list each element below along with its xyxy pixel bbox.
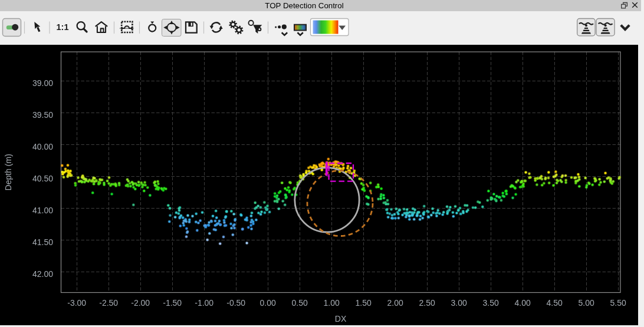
svg-text:42.00: 42.00 <box>32 269 53 279</box>
svg-text:2.50: 2.50 <box>419 298 435 308</box>
svg-text:1.00: 1.00 <box>324 298 340 308</box>
svg-text:4.00: 4.00 <box>515 298 531 308</box>
svg-text:40.50: 40.50 <box>32 174 53 183</box>
svg-text:2.00: 2.00 <box>387 298 403 308</box>
svg-text:41.00: 41.00 <box>32 206 53 215</box>
svg-text:0.50: 0.50 <box>292 298 308 308</box>
svg-text:-3.00: -3.00 <box>67 298 86 308</box>
svg-text:5.00: 5.00 <box>579 298 594 308</box>
svg-text:3.00: 3.00 <box>451 298 467 308</box>
svg-text:39.00: 39.00 <box>32 78 53 88</box>
svg-text:41.50: 41.50 <box>32 237 53 247</box>
svg-text:-1.00: -1.00 <box>195 298 213 308</box>
svg-text:4.50: 4.50 <box>547 298 563 308</box>
svg-text:39.50: 39.50 <box>32 110 53 120</box>
svg-text:-0.50: -0.50 <box>226 298 245 308</box>
svg-text:0.00: 0.00 <box>260 298 276 308</box>
svg-text:-2.00: -2.00 <box>131 298 150 308</box>
svg-text:-2.50: -2.50 <box>99 298 118 308</box>
svg-text:-1.50: -1.50 <box>163 298 182 308</box>
svg-text:1.50: 1.50 <box>356 298 372 308</box>
svg-text:3.50: 3.50 <box>483 298 499 308</box>
svg-text:1:1: 1:1 <box>57 22 69 32</box>
svg-text:Depth (m): Depth (m) <box>4 154 13 190</box>
svg-text:5.50: 5.50 <box>610 298 626 308</box>
svg-text:DX: DX <box>335 314 347 323</box>
svg-text:40.00: 40.00 <box>32 142 53 151</box>
